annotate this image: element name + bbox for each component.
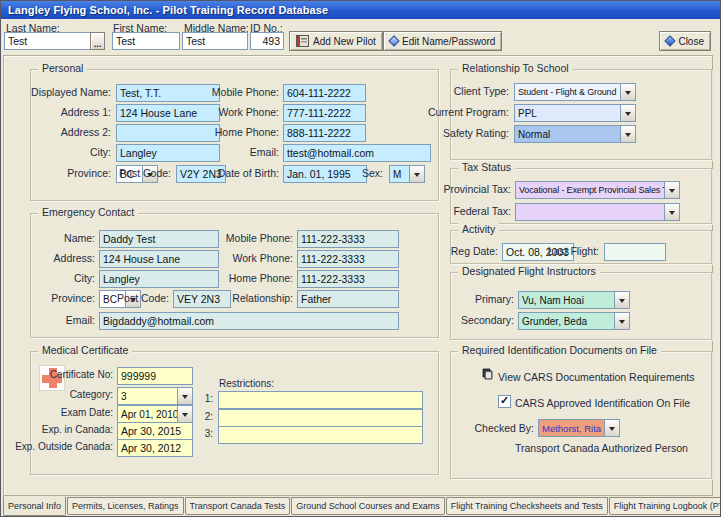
- exp-in-canada-field[interactable]: Apr 30, 2015: [117, 422, 193, 440]
- pilot-card-icon: [296, 35, 309, 47]
- client-type-label: Client Type:: [454, 85, 509, 97]
- secondary-instructor-select[interactable]: Grunder, Beda: [518, 312, 630, 330]
- restriction-1-field[interactable]: [218, 391, 423, 409]
- city-field[interactable]: Langley: [116, 144, 220, 162]
- exp-outside-canada-field[interactable]: Apr 30, 2012: [117, 439, 193, 457]
- provincial-tax-select[interactable]: Vocational - Exempt Provincial Sales Tax: [515, 181, 680, 199]
- client-type-select[interactable]: Student - Flight & Ground: [514, 83, 636, 101]
- ec-city-field[interactable]: Langley: [99, 270, 219, 288]
- primary-instructor-label: Primary:: [475, 293, 514, 305]
- restriction-2-label: 2:: [205, 411, 213, 422]
- exp-outside-canada-label: Exp. Outside Canada:: [15, 441, 113, 452]
- ec-post-code-field[interactable]: VEY 2N3: [173, 290, 231, 308]
- view-cars-link[interactable]: View CARS Documentation Requirements: [498, 371, 694, 383]
- ec-mobile-field[interactable]: 111-222-3333: [297, 230, 399, 248]
- sex-select[interactable]: M: [389, 165, 425, 183]
- medical-group-title: Medical Certificate: [38, 344, 132, 356]
- edit-name-password-button[interactable]: Edit Name/Password: [383, 31, 502, 51]
- mobile-phone-field[interactable]: 604-111-2222: [283, 84, 366, 102]
- work-phone-field[interactable]: 777-111-2222: [283, 104, 366, 122]
- restriction-2-field[interactable]: [218, 409, 423, 427]
- exam-date-select[interactable]: Apr 01, 2010: [117, 405, 193, 423]
- activity-group: Activity Reg Date: Oct. 08, 2003 Last Fl…: [450, 230, 712, 264]
- diamond-icon: [388, 35, 399, 46]
- middle-name-input[interactable]: Test: [182, 32, 248, 50]
- ec-email-field[interactable]: Bigdaddy@hotmail.com: [99, 312, 399, 330]
- chevron-down-icon[interactable]: [409, 166, 424, 182]
- displayed-name-label: Displayed Name:: [31, 86, 111, 98]
- document-icon: [481, 368, 494, 381]
- cars-approved-checkbox[interactable]: [498, 395, 511, 408]
- primary-instructor-select[interactable]: Vu, Nam Hoai: [518, 291, 630, 309]
- checked-by-select[interactable]: Methorst, Rita M.: [538, 419, 620, 437]
- federal-tax-label: Federal Tax:: [453, 205, 511, 217]
- current-program-value: PPL: [515, 105, 620, 121]
- certificate-no-field[interactable]: 999999: [117, 367, 193, 385]
- home-phone-field[interactable]: 888-111-2222: [283, 124, 366, 142]
- chevron-down-icon[interactable]: [620, 126, 635, 142]
- work-phone-label: Work Phone:: [218, 106, 279, 118]
- chevron-down-icon[interactable]: [614, 292, 629, 308]
- tax-status-group: Tax Status Provincial Tax: Vocational - …: [450, 168, 712, 224]
- restriction-3-field[interactable]: [218, 426, 423, 444]
- post-code-label: Post Code:: [119, 167, 171, 179]
- first-name-input[interactable]: Test: [112, 32, 180, 50]
- ec-address-field[interactable]: 124 House Lane: [99, 250, 219, 268]
- add-new-pilot-label: Add New Pilot: [313, 36, 376, 47]
- ec-name-label: Name:: [64, 232, 95, 244]
- ec-relationship-field[interactable]: Father: [297, 290, 399, 308]
- exp-in-canada-label: Exp. in Canada:: [42, 424, 113, 435]
- chevron-down-icon[interactable]: [177, 406, 192, 422]
- instructors-group: Designated Flight Instructors Primary: V…: [450, 272, 712, 340]
- restrictions-label: Restrictions:: [219, 378, 274, 389]
- tab-flight-training-checksheets[interactable]: Flight Training Checksheets and Tests: [446, 497, 608, 515]
- province-label: Province:: [67, 167, 111, 179]
- add-new-pilot-button[interactable]: Add New Pilot: [289, 31, 383, 51]
- ec-name-field[interactable]: Daddy Test: [99, 230, 219, 248]
- chevron-down-icon[interactable]: [620, 105, 635, 121]
- safety-rating-select[interactable]: Normal: [514, 125, 636, 143]
- chevron-down-icon[interactable]: [664, 182, 679, 198]
- ec-work-field[interactable]: 111-222-3333: [297, 250, 399, 268]
- ec-home-field[interactable]: 111-222-3333: [297, 270, 399, 288]
- address1-field[interactable]: 124 House Lane: [116, 104, 220, 122]
- city-label: City:: [90, 146, 111, 158]
- current-program-select[interactable]: PPL: [514, 104, 636, 122]
- home-phone-label: Home Phone:: [215, 126, 279, 138]
- ec-address-label: Address:: [54, 252, 95, 264]
- sex-value: M: [390, 166, 409, 182]
- address2-field[interactable]: [116, 124, 220, 142]
- ec-relationship-label: Relationship:: [232, 292, 293, 304]
- id-no-field[interactable]: 493: [250, 32, 284, 50]
- browse-ellipsis-button[interactable]: [90, 32, 105, 50]
- category-select[interactable]: 3: [117, 387, 193, 405]
- chevron-down-icon[interactable]: [177, 388, 192, 404]
- email-field[interactable]: ttest@hotmail.com: [283, 144, 431, 162]
- app-window: Langley Flying School, Inc. - Pilot Trai…: [0, 0, 721, 517]
- chevron-down-icon[interactable]: [664, 204, 679, 220]
- ec-mobile-label: Mobile Phone:: [226, 232, 293, 244]
- titlebar: Langley Flying School, Inc. - Pilot Trai…: [1, 1, 720, 19]
- ec-city-label: City:: [74, 272, 95, 284]
- tab-ground-school-courses[interactable]: Ground School Courses and Exams: [291, 497, 445, 515]
- chevron-down-icon[interactable]: [604, 420, 619, 436]
- chevron-down-icon[interactable]: [614, 313, 629, 329]
- category-label: Category:: [70, 389, 113, 400]
- address1-label: Address 1:: [61, 106, 111, 118]
- displayed-name-field[interactable]: Test, T.T.: [116, 84, 220, 102]
- category-value: 3: [118, 388, 177, 404]
- current-program-label: Current Program:: [428, 106, 509, 118]
- window-title: Langley Flying School, Inc. - Pilot Trai…: [8, 4, 328, 16]
- federal-tax-value: [516, 204, 664, 220]
- tab-permits-licenses-ratings[interactable]: Permits, Licenses, Ratings: [67, 497, 184, 515]
- primary-instructor-value: Vu, Nam Hoai: [519, 292, 614, 308]
- date-of-birth-field[interactable]: Jan. 01, 1995: [283, 165, 367, 183]
- last-name-input[interactable]: Test: [4, 32, 91, 50]
- last-flight-field[interactable]: [604, 243, 666, 261]
- close-button[interactable]: Close: [659, 31, 711, 51]
- tab-flight-training-logbook[interactable]: Flight Training Logbook (PTR): [609, 497, 721, 515]
- tab-transport-canada-tests[interactable]: Transport Canada Tests: [185, 497, 291, 515]
- tab-personal-info[interactable]: Personal Info: [3, 496, 66, 516]
- federal-tax-select[interactable]: [515, 203, 680, 221]
- chevron-down-icon[interactable]: [620, 84, 635, 100]
